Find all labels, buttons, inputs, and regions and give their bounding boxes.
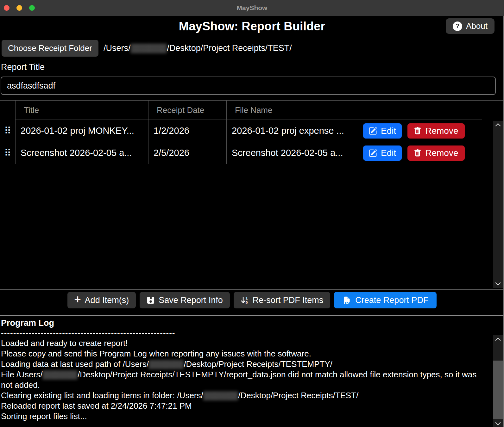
path-suffix: /Desktop/Project Receipts/TEST/ — [167, 43, 292, 53]
choose-receipt-folder-button[interactable]: Choose Receipt Folder — [2, 40, 98, 57]
table-row: ⠿ Screenshot 2026-02-05 a... 2/5/2026 Sc… — [0, 142, 504, 164]
cell-title: Screenshot 2026-02-05 a... — [15, 142, 148, 164]
svg-text:9: 9 — [245, 300, 248, 304]
edit-button-label: Edit — [381, 148, 396, 158]
window-titlebar: MayShow — [0, 0, 504, 16]
remove-button[interactable]: Remove — [407, 123, 464, 139]
receipt-table: Title Receipt Date File Name ⠿ 2026-01-0… — [0, 100, 504, 290]
log-line: Sorting report files list... — [1, 411, 485, 422]
add-items-button[interactable]: + Add Item(s) — [67, 292, 136, 308]
table-row: ⠿ 2026-01-02 proj MONKEY... 1/2/2026 202… — [0, 120, 504, 142]
table-scrollbar[interactable] — [493, 121, 503, 288]
log-line: File /Users/▒▒▒▒▒▒/Desktop/Project Recei… — [1, 369, 485, 390]
cell-actions: Edit Remove — [361, 120, 482, 142]
close-window-icon[interactable] — [4, 5, 9, 11]
drag-handle-icon: ⠿ — [4, 126, 11, 136]
log-line: Loading data at last used path of /Users… — [1, 359, 485, 369]
cell-file-name: 2026-01-02 proj expense ... — [226, 120, 361, 142]
pencil-square-icon — [369, 127, 377, 135]
cell-file-name: Screenshot 2026-02-05 a... — [226, 142, 361, 164]
table-header-row: Title Receipt Date File Name — [0, 101, 504, 120]
edit-button[interactable]: Edit — [363, 145, 402, 161]
column-header-title: Title — [15, 101, 148, 120]
redacted-username: ▒▒▒▒▒▒ — [42, 370, 78, 379]
log-text: Loading data at last used path of /Users… — [1, 359, 149, 369]
zoom-window-icon[interactable] — [29, 5, 35, 11]
about-button[interactable]: ? About — [446, 18, 495, 34]
cell-receipt-date: 2/5/2026 — [148, 142, 226, 164]
create-report-pdf-label: Create Report PDF — [355, 295, 428, 305]
traffic-lights — [4, 0, 35, 16]
add-items-label: Add Item(s) — [85, 295, 129, 305]
log-line: Reloaded report last saved at 2/24/2026 … — [1, 401, 485, 411]
log-line: Loaded and ready to create report! — [1, 338, 485, 349]
app-header: MayShow: Report Builder ? About — [0, 16, 504, 37]
program-log-title: Program Log — [1, 318, 504, 328]
pdf-file-icon: PDF — [342, 296, 351, 305]
redacted-username: ▒▒▒▒▒▒ — [203, 391, 238, 400]
chevron-down-icon[interactable] — [495, 280, 501, 286]
chevron-up-icon[interactable] — [495, 123, 501, 129]
program-log-separator: ----------------------------------------… — [1, 328, 504, 337]
row-drag-handle[interactable]: ⠿ — [0, 120, 15, 142]
remove-button-label: Remove — [425, 148, 458, 158]
log-scrollbar-thumb[interactable] — [493, 361, 503, 419]
log-text: /Desktop/Project Receipts/TEST/ — [238, 391, 358, 400]
column-header-actions — [361, 101, 482, 120]
remove-button[interactable]: Remove — [407, 145, 464, 161]
edit-button[interactable]: Edit — [363, 123, 402, 139]
trash-icon — [414, 149, 421, 157]
program-log-body: Loaded and ready to create report! Pleas… — [1, 338, 485, 422]
log-text: /Desktop/Project Receipts/TESTEMPTY/ — [184, 359, 332, 369]
column-header-receipt-date: Receipt Date — [148, 101, 226, 120]
create-report-pdf-button[interactable]: PDF Create Report PDF — [334, 292, 437, 308]
handle-column-spacer — [0, 101, 15, 120]
actions-toolbar: + Add Item(s) Save Report Info 19 Re-sor… — [0, 292, 504, 308]
folder-row: Choose Receipt Folder /Users/▒▒▒▒▒▒/Desk… — [2, 40, 504, 57]
chevron-down-icon[interactable] — [495, 420, 501, 425]
save-report-label: Save Report Info — [159, 295, 223, 305]
window-title: MayShow — [237, 4, 268, 12]
page-title: MayShow: Report Builder — [0, 16, 504, 33]
report-title-input[interactable] — [1, 77, 496, 95]
floppy-save-icon — [147, 296, 155, 304]
minimize-window-icon[interactable] — [16, 5, 22, 11]
remove-button-label: Remove — [425, 126, 458, 136]
report-title-label: Report Title — [1, 62, 504, 72]
save-report-info-button[interactable]: Save Report Info — [140, 292, 230, 308]
question-icon: ? — [453, 22, 462, 31]
redacted-username: ▒▒▒▒▒▒ — [130, 43, 167, 53]
svg-text:PDF: PDF — [345, 301, 351, 304]
receipt-folder-path: /Users/▒▒▒▒▒▒/Desktop/Project Receipts/T… — [104, 43, 292, 53]
column-header-file-name: File Name — [226, 101, 361, 120]
sort-numeric-down-icon: 19 — [241, 296, 249, 304]
resort-pdf-label: Re-sort PDF Items — [253, 295, 324, 305]
chevron-up-icon[interactable] — [495, 338, 501, 343]
redacted-username: ▒▒▒▒▒▒ — [149, 359, 184, 369]
pencil-square-icon — [369, 149, 377, 157]
about-button-label: About — [466, 21, 488, 31]
cell-receipt-date: 1/2/2026 — [148, 120, 226, 142]
program-log-section: Program Log ----------------------------… — [0, 316, 504, 427]
cell-actions: Edit Remove — [361, 142, 482, 164]
log-text: File /Users/ — [1, 370, 42, 379]
row-drag-handle[interactable]: ⠿ — [0, 142, 15, 164]
cell-title: 2026-01-02 proj MONKEY... — [15, 120, 148, 142]
trash-icon — [414, 127, 421, 135]
log-scrollbar[interactable] — [493, 335, 503, 427]
log-line: Clearing existing list and loading items… — [1, 390, 485, 401]
resort-pdf-items-button[interactable]: 19 Re-sort PDF Items — [234, 292, 331, 308]
drag-handle-icon: ⠿ — [4, 148, 11, 158]
svg-text:1: 1 — [245, 296, 248, 300]
log-text: Clearing existing list and loading items… — [1, 391, 203, 400]
log-line: Please copy and send this Program Log wh… — [1, 349, 485, 359]
edit-button-label: Edit — [381, 126, 396, 136]
path-prefix: /Users/ — [104, 43, 131, 53]
